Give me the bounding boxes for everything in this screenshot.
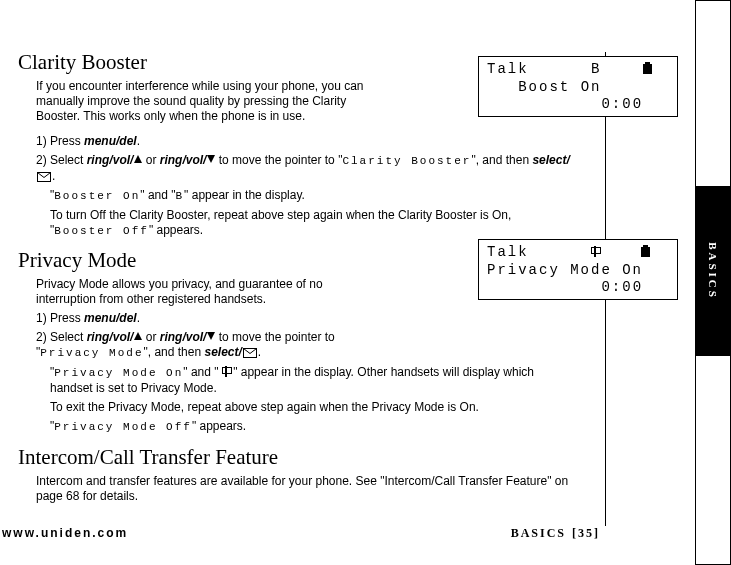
text: 2) Select (36, 330, 87, 344)
section-privacy: Privacy Mode allows you privacy, and gua… (36, 277, 570, 434)
text: 1) Press (36, 311, 84, 325)
footer-section: BASICS (511, 526, 566, 540)
envelope-icon (243, 348, 257, 358)
heading-privacy: Privacy Mode (18, 248, 570, 273)
display-text: Clarity Booster (342, 155, 471, 167)
text: to move the pointer to " (215, 153, 342, 167)
heading-clarity: Clarity Booster (18, 50, 570, 75)
key-select: select/ (204, 345, 241, 359)
side-tab-bar: BASICS (695, 0, 731, 565)
battery-icon (643, 62, 652, 74)
section-clarity: If you encounter interference while usin… (36, 79, 570, 238)
lcd-text: 0:00 (601, 96, 643, 112)
text: " and " (183, 365, 222, 379)
footer-page: BASICS[35] (511, 526, 600, 541)
lcd-text: 0:00 (601, 279, 643, 295)
text: " appear in the display. (184, 188, 305, 202)
side-tab-active: BASICS (696, 186, 730, 356)
text: ", and then (471, 153, 532, 167)
clarity-turnoff: To turn Off the Clarity Booster, repeat … (50, 208, 570, 239)
text: 2) Select (36, 153, 87, 167)
text: " appears. (149, 223, 203, 237)
p-flag-icon (222, 366, 230, 377)
text: ", and then (143, 345, 204, 359)
section-intercom: Intercom and transfer features are avail… (36, 474, 570, 504)
key-ring-vol-down: ring/vol/ (160, 330, 207, 344)
key-menu-del: menu/del (84, 311, 137, 325)
text: " appears. (192, 419, 246, 433)
battery-icon (641, 245, 650, 257)
display-text: Privacy Mode (40, 347, 143, 359)
clarity-step-1: 1) Press menu/del. (36, 134, 570, 149)
footer: www.uniden.com BASICS[35] (0, 526, 600, 541)
tab-label: BASICS (707, 242, 719, 300)
clarity-result: "Booster On" and "B" appear in the displ… (50, 188, 570, 204)
display-text: B (176, 190, 185, 202)
key-ring-vol-up: ring/vol/ (87, 153, 134, 167)
clarity-step-2: 2) Select ring/vol/ or ring/vol/ to move… (36, 153, 570, 184)
key-ring-vol-down: ring/vol/ (160, 153, 207, 167)
page: Talk B Boost On 0:00 Talk Privacy Mode O… (0, 0, 720, 565)
text: " and " (140, 188, 175, 202)
display-text: Privacy Mode On (54, 367, 183, 379)
display-text: Privacy Mode Off (54, 421, 192, 433)
privacy-intro: Privacy Mode allows you privacy, and gua… (36, 277, 366, 307)
text: or (142, 153, 159, 167)
envelope-icon (37, 172, 51, 182)
clarity-intro: If you encounter interference while usin… (36, 79, 376, 124)
text: 1) Press (36, 134, 84, 148)
footer-url: www.uniden.com (0, 526, 128, 541)
content: Clarity Booster If you encounter interfe… (0, 50, 600, 504)
heading-intercom: Intercom/Call Transfer Feature (18, 445, 570, 470)
privacy-step-1: 1) Press menu/del. (36, 311, 570, 326)
display-text: Booster Off (54, 225, 149, 237)
key-ring-vol-up: ring/vol/ (87, 330, 134, 344)
key-select: select/ (532, 153, 569, 167)
privacy-exit: To exit the Privacy Mode, repeat above s… (50, 400, 570, 415)
footer-number: [35] (572, 526, 600, 540)
privacy-off-msg: "Privacy Mode Off" appears. (50, 419, 570, 435)
privacy-step-2: 2) Select ring/vol/ or ring/vol/ to move… (36, 330, 376, 361)
privacy-result: "Privacy Mode On" and " " appear in the … (50, 365, 570, 396)
key-menu-del: menu/del (84, 134, 137, 148)
text: or (142, 330, 159, 344)
intercom-text: Intercom and transfer features are avail… (36, 474, 570, 504)
display-text: Booster On (54, 190, 140, 202)
